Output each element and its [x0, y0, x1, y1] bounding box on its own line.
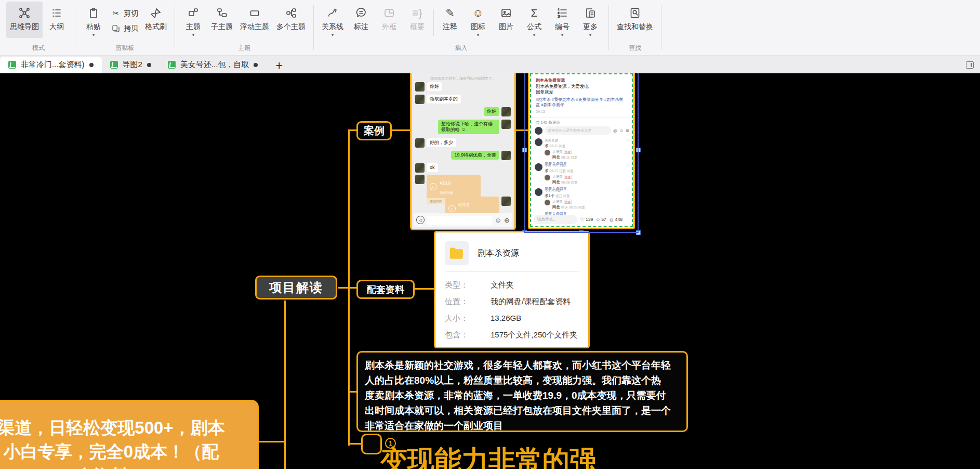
more-icon [584, 5, 597, 21]
relationship-line-icon [326, 5, 339, 21]
document-tab-2[interactable]: 导图2 [102, 57, 160, 73]
document-tab-3[interactable]: 美女号还...包，自取 [160, 57, 267, 73]
relationship-line-button[interactable]: 关系线 ▾ [318, 2, 347, 38]
callout-button[interactable]: 标注 [347, 2, 375, 38]
picture-button[interactable]: 图片 [492, 2, 520, 38]
numbering-button[interactable]: 编号 ▾ [548, 2, 576, 38]
cut-button[interactable]: ✂ 剪切 [108, 7, 141, 20]
file-info-card-node[interactable]: 剧本杀资源 类型：文件夹 位置：我的网盘/课程配套资料 大小：13.26GB 包… [434, 231, 590, 348]
chat-input-bar: ◁ ☺ ⊕ [414, 213, 512, 227]
voice-icon[interactable]: ◁ [416, 216, 425, 224]
xiaohongshu-screenshot: 剧本杀免费资源 剧本杀免费资源，为爱发电 回复就发 #剧本杀 #我要剧本杀 #免… [532, 75, 631, 226]
comment-author: 小朱朱月皎 [545, 188, 570, 193]
selection-handle[interactable] [636, 148, 641, 152]
xhs-comment-input: 爱评论的人运气都不会太差 [545, 126, 611, 135]
summary-icon: ≡} [412, 5, 422, 21]
app-file-icon [8, 61, 16, 69]
avatar [415, 82, 425, 92]
emoji-icon: ☺ [619, 128, 624, 133]
xiaohongshu-screenshot-node[interactable]: 剧本杀免费资源 剧本杀免费资源，为爱发电 回复就发 #剧本杀 #我要剧本杀 #免… [528, 73, 635, 229]
toolbar-group-insert: 关系线 ▾ 标注 外框 ≡} [314, 0, 608, 55]
avatar [501, 107, 511, 116]
topic-icon [187, 5, 200, 21]
author-badge: 作者 [564, 200, 572, 204]
reply-author: 大漂亮 [552, 200, 563, 203]
button-label: 关系线 [322, 22, 343, 32]
xhs-post-date: 09-13 [536, 110, 545, 113]
unsaved-dot-icon [89, 63, 94, 67]
file-row-value: 我的网盘/课程配套资料 [491, 297, 571, 307]
topic-button[interactable]: 主题 ▾ [179, 2, 207, 38]
plus-icon[interactable]: ⊕ [504, 217, 510, 224]
button-label: 图标 [471, 22, 485, 32]
wechat-screenshot-node[interactable]: 你已添加了对方，现在可以开始聊天了。 你好 领取剧本杀的 你好 想给你说下哈，这… [410, 73, 516, 230]
toolbar-group-clipboard: 粘贴 ▾ ✂ 剪切 拷贝 [75, 0, 175, 55]
boundary-button: 外框 [375, 2, 403, 38]
find-replace-button[interactable]: 查找和替换 [613, 2, 657, 38]
xhs-comments-count: 共 140 条评论 [536, 120, 560, 125]
dropdown-arrow-icon: ▾ [561, 33, 564, 37]
like-heart-icon: ♡ [626, 164, 630, 168]
chat-bubble: 领取剧本杀的 [427, 95, 461, 103]
document-tab-1[interactable]: 非常冷门...套资料) [0, 57, 102, 73]
mindmap-canvas[interactable]: 你已添加了对方，现在可以开始聊天了。 你好 领取剧本杀的 你好 想给你说下哈，这… [0, 73, 980, 469]
materials-topic-node[interactable]: 配套资料 [356, 280, 415, 299]
copy-button[interactable]: 拷贝 [108, 22, 141, 35]
format-painter-button[interactable]: 格式刷 [141, 2, 170, 38]
avatar [415, 175, 425, 184]
mindmap-app-window: 思维导图 大纲 模式 粘贴 [0, 0, 980, 469]
selection-handle[interactable] [522, 148, 527, 152]
formula-button[interactable]: Σ 公式 ▾ [520, 2, 548, 38]
note-icon: ✎ [445, 5, 455, 21]
button-label: 剪切 [124, 9, 138, 18]
multiple-topics-button[interactable]: 多个主题 [273, 2, 309, 38]
emoji-icon[interactable]: ☺ [495, 217, 501, 224]
new-tab-button[interactable]: + [266, 60, 292, 73]
button-label: 浮动主题 [240, 22, 269, 32]
floating-topic-button[interactable]: 浮动主题 [236, 2, 273, 38]
avatar [545, 200, 550, 205]
reply-meta: 08-11 回复 [561, 155, 577, 159]
outline-mode-button[interactable]: 大纲 [43, 2, 71, 38]
icon-marker-button[interactable]: ☺ 图标 ▾ [464, 2, 492, 38]
star-icon: ☆ [595, 217, 600, 223]
case-topic-node[interactable]: 案例 [356, 121, 392, 140]
project-topic-node[interactable]: 项目解读 [255, 276, 337, 299]
comment-bubble-icon: ☺ [609, 217, 614, 223]
description-topic-node[interactable]: 剧本杀是新颖的社交游戏，很多年轻人都喜欢，而小红书这个平台年轻 人的占比在80%… [356, 351, 688, 432]
author-badge: 作者 [564, 150, 572, 154]
subtopic-button[interactable]: 子主题 [207, 2, 236, 38]
avatar [415, 138, 425, 148]
button-label: 图片 [499, 22, 513, 32]
connector-line [259, 441, 285, 442]
dropdown-arrow-icon: ▾ [533, 33, 536, 37]
more-button[interactable]: 更多 ▾ [576, 2, 604, 38]
root-topic-node[interactable]: 渠道，日轻松变现500+，剧本 小白专享，完全0成本！（配 套资料） [0, 400, 259, 469]
xhs-post-body: 剧本杀免费资源，为爱发电 回复就发 [536, 84, 589, 95]
button-label: 外框 [382, 22, 396, 32]
file-row-label: 大小： [445, 314, 491, 323]
note-button[interactable]: ✎ 注释 [436, 2, 464, 38]
ribbon-toolbar: 思维导图 大纲 模式 粘贴 [0, 0, 980, 56]
check-icon: ✓ [430, 183, 437, 190]
group-label-clipboard: 剪贴板 [116, 43, 135, 55]
selection-handle[interactable] [636, 230, 641, 235]
star-count: 57 [601, 217, 606, 222]
file-row-label: 类型： [445, 280, 491, 290]
avatar [545, 175, 550, 180]
transfer-amount: ¥19.9 [440, 180, 451, 186]
chat-input-field[interactable] [427, 216, 492, 225]
xhs-comment: 美美资源 求 08-11 回复 大漂亮作者 网盘 08-11 回复 展开 2 条… [535, 138, 630, 166]
connector-line [391, 129, 410, 131]
tab-title: 导图2 [123, 60, 142, 70]
window-layout-icon[interactable] [966, 61, 974, 69]
file-row-value: 文件夹 [491, 280, 514, 290]
paste-button[interactable]: 粘贴 ▾ [80, 2, 108, 38]
xhs-post-title: 剧本杀免费资源 [536, 77, 565, 83]
big-highlight-text-node[interactable]: 变现能力非常的强 [359, 442, 618, 469]
mindmap-mode-button[interactable]: 思维导图 [6, 2, 43, 38]
chat-bubble: ok [427, 163, 438, 172]
comment-meta: 08-27 江西 回复 [550, 169, 574, 173]
button-label: 子主题 [211, 22, 233, 32]
reply-meta: 昨天 06:02 回复 [561, 205, 585, 209]
